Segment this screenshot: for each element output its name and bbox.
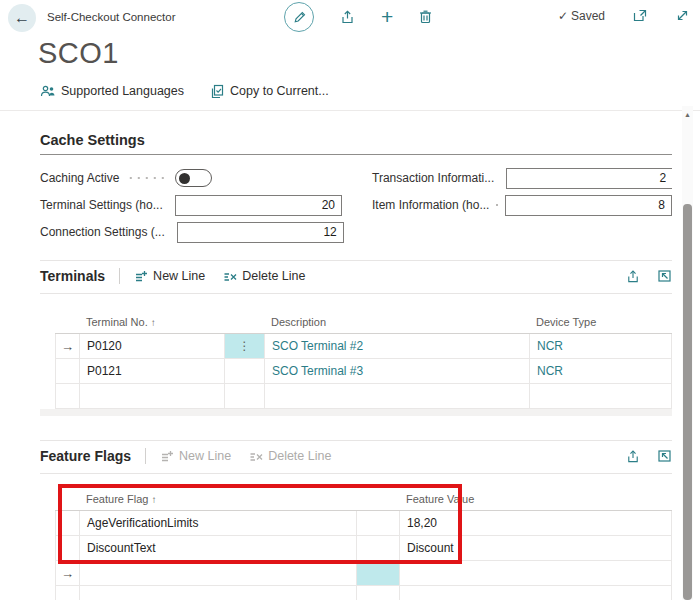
terminal-no-cell[interactable]: P0121 (80, 359, 225, 383)
caching-active-toggle[interactable] (175, 169, 212, 187)
row-selector-cell: → (56, 334, 80, 358)
open-in-excel-icon (657, 449, 672, 463)
feature-flags-row-1: AgeVerificationLimits 18,20 (55, 511, 672, 536)
row-menu-cell[interactable] (225, 384, 265, 408)
check-icon: ✓ (558, 9, 568, 23)
row-selector-cell (56, 511, 80, 535)
scrollbar-thumb[interactable] (683, 204, 692, 600)
back-button[interactable]: ← (8, 4, 36, 32)
cache-settings-underline (40, 154, 672, 155)
share-icon (625, 269, 641, 284)
description-cell[interactable] (265, 384, 530, 408)
description-column-header[interactable]: Description (264, 316, 529, 333)
edit-button[interactable] (284, 2, 314, 32)
row-menu-cell[interactable] (357, 536, 400, 560)
back-arrow-icon: ← (14, 9, 30, 26)
delete-line-icon (249, 450, 263, 463)
selector-column-header (55, 328, 79, 333)
fullscreen-button[interactable] (675, 8, 690, 23)
new-line-label: New Line (179, 449, 231, 463)
copy-to-current-button[interactable]: Copy to Current... (210, 84, 329, 99)
trash-icon (418, 9, 433, 25)
terminal-no-header-label: Terminal No. (86, 316, 148, 328)
connection-settings-label: Connection Settings (... (40, 225, 165, 239)
feature-value-cell[interactable] (400, 586, 671, 600)
terminals-header: Terminals New Line (40, 261, 672, 291)
feature-flags-new-line-button[interactable]: New Line (160, 449, 231, 463)
feature-flags-share-button[interactable] (625, 449, 641, 464)
feature-flags-open-in-excel-button[interactable] (657, 449, 672, 463)
feature-flag-header-label: Feature Flag (86, 493, 148, 505)
share-icon (339, 9, 356, 25)
row-menu-cell[interactable] (357, 586, 400, 600)
feature-flags-table-header: Feature Flag ↑ Feature Value (55, 487, 672, 511)
toggle-knob (179, 173, 190, 184)
feature-value-cell[interactable] (400, 561, 671, 585)
row-menu-cell[interactable] (225, 359, 265, 383)
copy-icon (210, 84, 225, 99)
field-transaction-information: Transaction Informati... (372, 168, 672, 188)
feature-flag-cell[interactable]: DiscountText (80, 536, 357, 560)
action-bar: Supported Languages Copy to Current... (40, 80, 700, 102)
feature-value-cell[interactable]: Discount (400, 536, 671, 560)
new-line-label: New Line (153, 269, 205, 283)
share-button[interactable] (339, 9, 356, 25)
feature-flags-row-2: DiscountText Discount (55, 536, 672, 561)
feature-flags-header: Feature Flags New Line (40, 441, 672, 471)
share-icon (625, 449, 641, 464)
terminals-delete-line-button[interactable]: Delete Line (223, 269, 305, 283)
open-in-new-window-button[interactable] (632, 8, 648, 23)
terminal-settings-input[interactable] (175, 195, 342, 216)
row-selector-cell (56, 586, 80, 600)
page-actions: + (284, 2, 433, 32)
delete-record-button[interactable] (418, 9, 433, 25)
new-record-button[interactable]: + (381, 5, 393, 29)
terminal-no-column-header[interactable]: Terminal No. ↑ (79, 316, 224, 333)
vertical-scrollbar[interactable]: ▲ (682, 106, 693, 600)
connection-settings-input[interactable] (177, 222, 344, 243)
row-menu-cell[interactable]: ⋮ (225, 334, 265, 358)
device-type-column-header[interactable]: Device Type (529, 316, 672, 333)
feature-value-cell[interactable]: 18,20 (400, 511, 671, 535)
terminals-open-in-excel-button[interactable] (657, 269, 672, 283)
row-menu-cell[interactable] (357, 561, 400, 585)
supported-languages-label: Supported Languages (61, 84, 184, 98)
device-type-cell[interactable]: NCR (530, 359, 671, 383)
device-type-cell[interactable]: NCR (530, 334, 671, 358)
terminal-no-cell[interactable] (80, 384, 225, 408)
vertical-separator (119, 268, 120, 284)
transaction-information-input[interactable] (506, 168, 672, 189)
fields-left-column: Caching Active Terminal Settings (ho... … (40, 168, 342, 242)
terminals-share-button[interactable] (625, 269, 641, 284)
description-cell[interactable]: SCO Terminal #3 (265, 359, 530, 383)
delete-line-label: Delete Line (268, 449, 331, 463)
item-information-input[interactable] (505, 195, 672, 216)
terminals-empty-row (55, 384, 672, 409)
supported-languages-button[interactable]: Supported Languages (40, 84, 184, 98)
feature-flag-cell[interactable] (80, 561, 357, 585)
feature-flags-bottom-divider (40, 473, 672, 474)
terminal-no-cell[interactable]: P0120 (80, 334, 225, 358)
page-title: SCO1 (38, 37, 700, 70)
self-checkout-connector-page: ← Self-Checkout Connector + (0, 0, 700, 600)
description-cell[interactable]: SCO Terminal #2 (265, 334, 530, 358)
ellipsis-icon: ⋮ (239, 339, 251, 353)
device-type-cell[interactable] (530, 384, 671, 408)
feature-flag-cell[interactable]: AgeVerificationLimits (80, 511, 357, 535)
top-bar: ← Self-Checkout Connector + (0, 0, 700, 36)
row-selector-arrow-icon: → (61, 566, 74, 581)
copy-to-current-label: Copy to Current... (230, 84, 329, 98)
feature-value-column-header[interactable]: Feature Value (399, 493, 672, 510)
selector-column-header (55, 505, 79, 510)
delete-line-icon (223, 270, 237, 283)
feature-flags-table-wrap: Feature Flag ↑ Feature Value AgeVerifica… (40, 487, 672, 600)
row-selector-cell (56, 536, 80, 560)
cache-settings-section: Cache Settings Caching Active Terminal S… (40, 132, 672, 242)
caching-active-label: Caching Active (40, 171, 119, 185)
feature-flags-delete-line-button[interactable]: Delete Line (249, 449, 331, 463)
terminals-new-line-button[interactable]: New Line (134, 269, 205, 283)
feature-flag-column-header[interactable]: Feature Flag ↑ (79, 493, 356, 510)
row-menu-cell[interactable] (357, 511, 400, 535)
feature-flag-cell[interactable] (80, 586, 357, 600)
scroll-up-icon[interactable]: ▲ (682, 111, 693, 118)
